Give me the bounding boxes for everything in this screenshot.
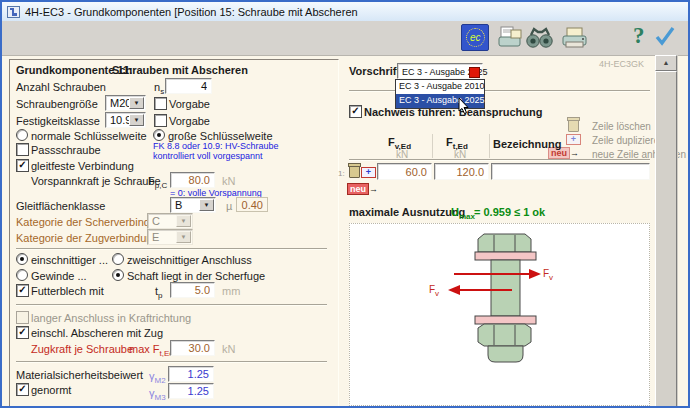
- app-icon: [7, 6, 20, 18]
- festigkeitsklasse-select[interactable]: 10.9 ▼: [105, 112, 146, 128]
- vorspannkraft-unit: kN: [222, 175, 235, 187]
- ec-icon: ec: [470, 32, 481, 43]
- watermark: 4H-EC3GK: [599, 59, 644, 69]
- fk-hint-line1: FK 8.8 oder 10.9: HV-Schraube: [153, 141, 279, 151]
- print-preview-button[interactable]: [496, 25, 524, 50]
- ftmax-symbol: max Ft,Ed: [129, 343, 174, 355]
- vorspannkraft-input[interactable]: [170, 172, 215, 188]
- gamma-m3-symbol: γM3: [149, 387, 166, 399]
- gleitfeste-verbindung-checkbox[interactable]: ✓: [16, 159, 29, 172]
- search-button[interactable]: [525, 26, 554, 49]
- genormt-checkbox[interactable]: ✓: [16, 383, 29, 396]
- table-header-divider: [349, 159, 650, 160]
- zugkraft-label: Zugkraft je Schraube: [31, 343, 133, 355]
- normale-schluesselweite-radio[interactable]: [16, 129, 28, 141]
- help-button[interactable]: ?: [633, 23, 645, 49]
- gleitflaechenklasse-label: Gleitflächenklasse: [16, 200, 105, 212]
- futterblech-checkbox[interactable]: ✓: [16, 284, 29, 297]
- einschnittig-radio[interactable]: [16, 253, 28, 265]
- kategorie-zugverbindung-select: E ▼: [147, 229, 193, 245]
- ns-symbol: ns: [154, 81, 164, 93]
- gleitflaechenklasse-select[interactable]: B ▼: [170, 197, 216, 213]
- arrow-right-icon: →: [570, 148, 579, 158]
- scrollbar-thumb[interactable]: [655, 71, 677, 408]
- futterblech-dicke-input[interactable]: [170, 282, 215, 298]
- scrollbar-up-button[interactable]: ▲: [655, 55, 677, 71]
- plus-icon: +: [571, 134, 576, 144]
- gamma-m2-input[interactable]: [168, 366, 214, 382]
- kategorie-zug-value: E: [152, 231, 159, 243]
- ec-standard-button[interactable]: ec: [461, 24, 489, 51]
- printer-icon: [563, 28, 586, 47]
- divider: [16, 248, 327, 249]
- check-icon: ✓: [18, 284, 26, 295]
- fved-input[interactable]: [377, 163, 432, 180]
- schaft-radio[interactable]: [112, 269, 124, 281]
- neu-append-button[interactable]: neu: [347, 183, 369, 195]
- chevron-down-icon: ▼: [176, 215, 191, 227]
- anzahl-schrauben-input[interactable]: [165, 78, 212, 94]
- bezeichnung-input[interactable]: [491, 163, 650, 180]
- figure-panel: [349, 223, 650, 406]
- mu-value: 0.40: [236, 197, 268, 212]
- vorgabe-groesse-checkbox[interactable]: [154, 97, 167, 110]
- normale-schluesselweite-label: normale Schlüsselweite: [31, 130, 147, 142]
- binoculars-icon: [527, 29, 552, 47]
- check-icon: ✓: [18, 159, 26, 170]
- print-button[interactable]: [561, 25, 589, 50]
- vorschrift-select[interactable]: EC 3 - Ausgabe 2025: [397, 63, 483, 79]
- zugkraft-input[interactable]: [170, 340, 215, 356]
- gewinde-radio[interactable]: [16, 269, 28, 281]
- gewinde-label: Gewinde ...: [31, 270, 87, 282]
- fted-input[interactable]: [434, 163, 489, 180]
- duplicate-icon: +: [566, 134, 581, 145]
- kategorie-scherverbindung-select: C ▼: [147, 213, 193, 229]
- legend-duplicate-label: Zeile duplizieren: [592, 135, 665, 147]
- vorgabe-festigkeit-checkbox[interactable]: [154, 114, 167, 127]
- fv-force-label: Fv: [543, 268, 553, 280]
- confirm-button[interactable]: [654, 25, 676, 47]
- row-delete-button[interactable]: [349, 165, 360, 178]
- schraubengroesse-select[interactable]: M20 ▼: [105, 95, 146, 111]
- row-number: 1:: [338, 168, 345, 180]
- langer-anschluss-label: langer Anschluss in Kraftrichtung: [31, 312, 191, 324]
- grosse-schluesselweite-radio[interactable]: [153, 129, 165, 141]
- trash-icon: [568, 119, 579, 132]
- vorgabe-groesse-label: Vorgabe: [169, 98, 210, 110]
- mouse-cursor: [458, 97, 471, 115]
- passschraube-label: Passschraube: [31, 144, 101, 156]
- anzahl-schrauben-label: Anzahl Schrauben: [16, 81, 106, 93]
- passschraube-checkbox[interactable]: [16, 143, 29, 156]
- print-preview-icon: [499, 27, 521, 46]
- kategorie-scherverbindung-label: Kategorie der Scherverbindung: [16, 216, 168, 228]
- groupbox-title-text: Schrauben mit Abscheren: [112, 64, 248, 76]
- gleitfeste-verbindung-label: gleitfeste Verbindung: [31, 160, 134, 172]
- schaft-label: Schaft liegt in der Scherfuge: [127, 270, 265, 282]
- gamma-m3-input[interactable]: [168, 383, 214, 399]
- window-title: 4H-EC3 - Grundkomponenten [Position 15: …: [25, 6, 358, 18]
- schraubengroesse-label: Schraubengröße: [16, 98, 98, 110]
- chevron-down-icon[interactable]: ▼: [199, 199, 214, 211]
- abscheren-mit-zug-checkbox[interactable]: ✓: [16, 326, 29, 339]
- col-fved-header: Fv,Ed: [388, 136, 411, 148]
- chevron-down-icon[interactable]: ▼: [129, 97, 144, 109]
- nachweis-fuehren-checkbox[interactable]: ✓: [349, 105, 362, 118]
- kategorie-zugverbindung-label: Kategorie der Zugverbindung: [16, 232, 158, 244]
- abscheren-mit-zug-label: einschl. Abscheren mit Zug: [31, 327, 163, 339]
- vorschrift-label: Vorschrift: [349, 65, 400, 77]
- column-divider: [489, 134, 490, 158]
- einschnittig-label: einschnittiger ...: [31, 254, 108, 266]
- dropdown-option-2010[interactable]: EC 3 - Ausgabe 2010: [396, 80, 484, 94]
- col-fted-header: Ft,Ed: [446, 136, 468, 148]
- row-duplicate-button[interactable]: +: [361, 167, 376, 178]
- red-indicator-icon[interactable]: [469, 67, 480, 78]
- confirm-check-icon: [657, 28, 673, 43]
- check-icon: ✓: [18, 383, 26, 394]
- zweischnittig-radio[interactable]: [112, 253, 124, 265]
- vorgabe-festigkeit-label: Vorgabe: [169, 115, 210, 127]
- chevron-down-icon[interactable]: ▼: [129, 114, 144, 126]
- zugkraft-unit: kN: [222, 343, 235, 355]
- fk-hint-line2: kontrolliert voll vorgespannt: [153, 151, 263, 161]
- festigkeitsklasse-label: Festigkeitsklasse: [16, 115, 100, 127]
- langer-anschluss-checkbox: [16, 311, 29, 324]
